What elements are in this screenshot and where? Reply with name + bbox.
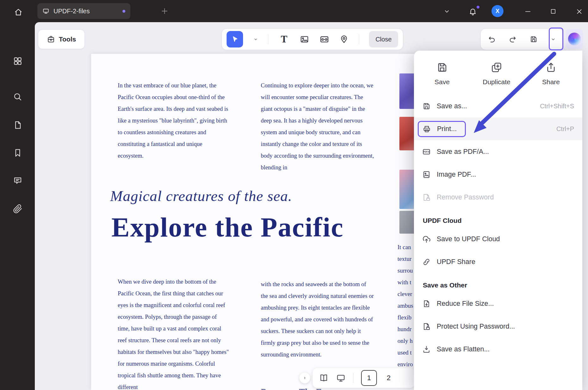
left-sidebar [0, 22, 35, 390]
chevron-down-icon [443, 8, 450, 15]
redo-button[interactable] [509, 35, 517, 43]
updf-share-label: UPDF Share [437, 258, 475, 266]
close-window-button[interactable] [575, 7, 584, 16]
sidebar-item-attachments[interactable] [13, 204, 23, 214]
sidebar-item-comments[interactable] [13, 175, 23, 186]
menu-section-save-as-other: Save as Other [414, 273, 582, 292]
menu-item-print[interactable]: Print... Ctrl+P [414, 117, 582, 140]
paragraph-bottom-left[interactable]: When we dive deep into the bottom of the… [118, 276, 229, 390]
sidebar-item-apps[interactable] [13, 56, 23, 66]
expand-pagebar-button[interactable] [299, 373, 310, 383]
chevron-right-icon [302, 375, 307, 381]
notifications-button[interactable] [468, 7, 477, 16]
menu-item-save-as-pdfa[interactable]: PDF/A Save as PDF/A... [414, 140, 582, 163]
save-button[interactable] [529, 35, 538, 43]
menu-share-action[interactable]: Share [534, 61, 568, 86]
menu-share-label: Share [542, 78, 560, 86]
edit-toolbar: T Close [222, 28, 403, 50]
menu-save-action[interactable]: Save [425, 61, 460, 86]
bookmark-icon [13, 148, 22, 158]
paragraph-top-right[interactable]: Continuing to explore deeper into the oc… [261, 80, 375, 173]
duplicate-icon [491, 61, 503, 73]
tools-label: Tools [59, 35, 76, 43]
page-1-button[interactable]: 1 [361, 370, 377, 386]
menu-item-save-to-updf-cloud[interactable]: Save to UPDF Cloud [414, 228, 582, 250]
location-tool-button[interactable] [339, 35, 349, 44]
unsaved-dot [122, 10, 125, 13]
remove-password-icon [422, 193, 431, 202]
home-button[interactable] [12, 6, 25, 18]
maximize-icon [550, 8, 556, 15]
cursor-icon [231, 35, 239, 43]
toolbox-icon [47, 35, 55, 43]
account-avatar[interactable]: X [491, 5, 504, 17]
pdfa-icon: PDF/A [422, 148, 431, 156]
minimize-button[interactable] [523, 7, 532, 16]
link-tool-button[interactable] [319, 34, 329, 44]
clipped-text-column[interactable]: It cantextursurrouwith tcleverambusflexi… [397, 241, 413, 370]
image-tool-button[interactable] [300, 35, 309, 44]
reduce-file-size-label: Reduce File Size... [437, 300, 494, 308]
page-navigation-bar: 1 2 [313, 368, 415, 388]
select-tool-button[interactable] [227, 31, 243, 47]
reduce-size-icon [422, 299, 431, 308]
heading-italic[interactable]: Magical creatures of the sea. [110, 187, 292, 204]
ai-assistant-button[interactable] [566, 29, 583, 49]
plus-icon [161, 7, 168, 15]
minimize-icon [524, 8, 531, 15]
book-view-button[interactable] [319, 373, 328, 383]
menu-item-save-as[interactable]: Save as... Ctrl+Shift+S [414, 95, 582, 117]
save-to-cloud-label: Save to UPDF Cloud [437, 235, 500, 243]
bell-icon [469, 7, 477, 16]
page-2-button[interactable]: 2 [385, 374, 393, 382]
paragraph-top-left[interactable]: In the vast embrace of our blue planet, … [118, 80, 229, 162]
divider [268, 34, 268, 44]
image-pdf-icon [422, 170, 431, 179]
protect-password-label: Protect Using Password... [437, 323, 515, 330]
print-label: Print... [437, 125, 457, 133]
image-pdf-label: Image PDF... [437, 171, 476, 179]
page-2-label: 2 [387, 374, 391, 382]
menu-item-protect-using-password[interactable]: Protect Using Password... [414, 315, 582, 338]
save-as-label: Save as... [437, 102, 467, 110]
menu-item-save-as-flatten[interactable]: Save as Flatten... [414, 338, 582, 361]
link-icon [422, 258, 431, 266]
maximize-button[interactable] [549, 7, 558, 16]
presentation-button[interactable] [336, 373, 346, 383]
menu-duplicate-action[interactable]: Duplicate [479, 61, 514, 86]
save-icon [436, 61, 448, 73]
tab-title: UPDF-2-files [53, 8, 90, 15]
sidebar-item-search[interactable] [13, 92, 23, 102]
divider [359, 34, 359, 44]
titlebar-chevron-button[interactable] [442, 7, 451, 16]
text-tool-button[interactable]: T [278, 34, 290, 45]
sidebar-item-bookmarks[interactable] [13, 148, 23, 158]
select-tool-chevron[interactable] [253, 37, 258, 42]
grid-icon [13, 56, 22, 66]
flatten-icon [422, 345, 431, 354]
comment-icon [13, 176, 22, 185]
new-tab-button[interactable] [159, 5, 170, 17]
document-tab[interactable]: UPDF-2-files [37, 3, 130, 19]
paragraph-bottom-right[interactable]: with the rocks and seaweeds at the botto… [261, 279, 375, 361]
save-chevron-highlight-box [549, 28, 563, 50]
menu-item-updf-share[interactable]: UPDF Share [414, 250, 582, 273]
undo-button[interactable] [488, 35, 496, 43]
protect-password-icon [422, 322, 431, 331]
close-label: Close [375, 36, 391, 43]
print-icon [422, 125, 431, 133]
menu-item-reduce-file-size[interactable]: Reduce File Size... [414, 292, 582, 315]
print-shortcut: Ctrl+P [556, 125, 574, 133]
save-as-flatten-label: Save as Flatten... [437, 345, 490, 353]
menu-section-updf-cloud: UPDF Cloud [414, 209, 582, 228]
paperclip-icon [13, 204, 22, 214]
close-edit-button[interactable]: Close [369, 31, 398, 47]
svg-text:PDF/A: PDF/A [423, 151, 429, 153]
sidebar-item-pages[interactable] [13, 120, 23, 130]
page-1-label: 1 [367, 374, 371, 382]
heading-main[interactable]: Explore the Pacific [111, 211, 344, 243]
save-as-shortcut: Ctrl+Shift+S [540, 103, 574, 110]
menu-item-remove-password: Remove Password [414, 186, 582, 209]
menu-item-image-pdf[interactable]: Image PDF... [414, 163, 582, 186]
tools-button[interactable]: Tools [38, 29, 85, 49]
